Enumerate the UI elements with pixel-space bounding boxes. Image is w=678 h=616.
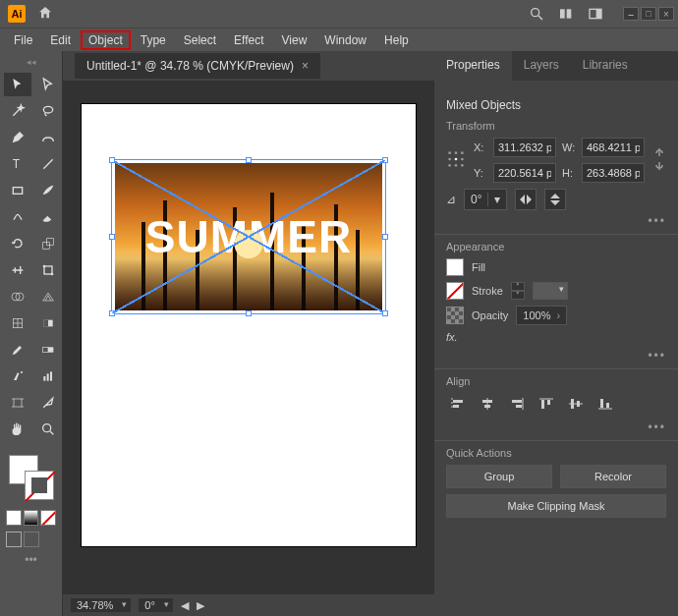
tool-gradient[interactable]: [34, 311, 62, 335]
stroke-label: Stroke: [472, 285, 503, 297]
tool-width[interactable]: [4, 258, 31, 282]
stroke-weight-stepper[interactable]: ˄˅: [511, 282, 525, 300]
align-more-icon[interactable]: •••: [446, 420, 666, 434]
menu-type[interactable]: Type: [133, 30, 174, 50]
screen-mode-normal[interactable]: [6, 532, 22, 547]
menu-window[interactable]: Window: [316, 30, 374, 50]
opacity-input[interactable]: 100%: [516, 306, 567, 325]
fx-label[interactable]: fx.: [446, 331, 458, 343]
tool-type[interactable]: T: [4, 152, 31, 176]
canvas[interactable]: SUMMER: [63, 81, 434, 594]
make-clipping-mask-button[interactable]: Make Clipping Mask: [446, 494, 666, 518]
search-icon[interactable]: [527, 4, 546, 24]
align-top-button[interactable]: [535, 393, 558, 415]
tool-line[interactable]: [34, 152, 62, 176]
home-icon[interactable]: [37, 5, 53, 24]
tool-mesh[interactable]: [4, 311, 31, 335]
stroke-weight-dropdown[interactable]: [533, 282, 568, 300]
rotate-view-field[interactable]: 0°: [139, 598, 173, 612]
text-object[interactable]: SUMMER: [115, 163, 382, 310]
tool-direct-selection[interactable]: [34, 73, 62, 96]
reference-point-icon[interactable]: [446, 149, 466, 171]
artboard-nav-prev-icon[interactable]: ◀: [181, 599, 189, 612]
align-vcenter-button[interactable]: [564, 393, 588, 415]
align-bottom-button[interactable]: [593, 393, 617, 415]
transform-more-icon[interactable]: •••: [446, 214, 666, 228]
flip-horizontal-icon[interactable]: [515, 189, 537, 210]
y-label: Y:: [474, 167, 487, 179]
tool-eraser[interactable]: [34, 205, 62, 229]
h-input[interactable]: [582, 163, 645, 183]
tool-blend[interactable]: [34, 338, 62, 362]
x-input[interactable]: [493, 138, 556, 157]
tool-zoom[interactable]: [34, 418, 62, 441]
align-left-button[interactable]: [446, 393, 470, 415]
link-wh-icon[interactable]: [652, 145, 666, 176]
svg-rect-44: [512, 400, 522, 403]
color-mode-gradient[interactable]: [24, 510, 39, 526]
svg-rect-50: [571, 399, 574, 409]
collapse-toolbox-icon[interactable]: ◂◂: [0, 57, 62, 69]
menu-help[interactable]: Help: [376, 30, 417, 50]
menu-effect[interactable]: Effect: [226, 30, 271, 50]
tool-curvature[interactable]: [34, 126, 62, 149]
recolor-button[interactable]: Recolor: [560, 465, 666, 488]
tab-layers[interactable]: Layers: [512, 51, 571, 81]
menu-file[interactable]: File: [6, 30, 40, 50]
tool-scale[interactable]: [34, 232, 62, 255]
artboard-nav-next-icon[interactable]: ▶: [197, 599, 204, 612]
zoom-field[interactable]: 34.78%: [71, 598, 131, 612]
menu-edit[interactable]: Edit: [42, 30, 79, 50]
group-button[interactable]: Group: [446, 465, 552, 488]
tool-paintbrush[interactable]: [34, 179, 62, 202]
tool-magic-wand[interactable]: [4, 99, 31, 123]
color-mode-none[interactable]: [40, 510, 56, 526]
menu-select[interactable]: Select: [176, 30, 224, 50]
edit-toolbar-icon[interactable]: •••: [0, 547, 62, 573]
w-input[interactable]: [582, 138, 645, 157]
tool-symbol-sprayer[interactable]: [4, 364, 31, 388]
tool-column-graph[interactable]: [34, 364, 62, 388]
menu-object[interactable]: Object: [81, 30, 131, 50]
tool-free-transform[interactable]: [34, 258, 62, 282]
arrange-documents-icon[interactable]: [556, 4, 576, 24]
stroke-swatch[interactable]: [25, 471, 54, 500]
tool-rectangle[interactable]: [4, 179, 31, 202]
tab-libraries[interactable]: Libraries: [571, 51, 640, 81]
tool-hand[interactable]: [4, 418, 31, 441]
fill-label: Fill: [472, 261, 485, 273]
window-close-button[interactable]: ×: [658, 7, 674, 21]
tool-rotate[interactable]: [4, 232, 31, 255]
close-tab-icon[interactable]: ×: [302, 59, 309, 73]
tab-properties[interactable]: Properties: [434, 51, 512, 81]
selection-type-label: Mixed Objects: [446, 98, 666, 112]
menu-view[interactable]: View: [274, 30, 315, 50]
svg-rect-5: [596, 9, 601, 18]
appearance-more-icon[interactable]: •••: [446, 349, 666, 363]
workspace-icon[interactable]: [586, 4, 605, 24]
tool-shape-builder[interactable]: [4, 285, 31, 308]
color-mode-solid[interactable]: [6, 510, 22, 526]
placed-image[interactable]: SUMMER: [115, 163, 382, 310]
document-tab[interactable]: Untitled-1* @ 34.78 % (CMYK/Preview) ×: [75, 53, 320, 79]
tool-slice[interactable]: [34, 391, 62, 415]
window-minimize-button[interactable]: ‒: [623, 7, 639, 21]
y-input[interactable]: [493, 163, 556, 183]
flip-vertical-icon[interactable]: [544, 189, 566, 210]
stroke-swatch-panel[interactable]: [446, 282, 464, 300]
tool-artboard[interactable]: [4, 391, 31, 415]
tool-shaper[interactable]: [4, 205, 31, 229]
tool-perspective-grid[interactable]: [34, 285, 62, 308]
svg-point-36: [461, 164, 464, 167]
window-maximize-button[interactable]: □: [641, 7, 656, 21]
tool-selection[interactable]: [4, 73, 31, 96]
fill-swatch-panel[interactable]: [446, 258, 464, 276]
screen-mode-full[interactable]: [24, 532, 39, 547]
align-hcenter-button[interactable]: [476, 393, 499, 415]
tool-eyedropper[interactable]: [4, 338, 31, 362]
tool-pen[interactable]: [4, 126, 31, 149]
fill-stroke-swatch[interactable]: [9, 455, 54, 500]
tool-lasso[interactable]: [34, 99, 62, 123]
align-right-button[interactable]: [505, 393, 529, 415]
rotate-input[interactable]: 0°▾: [464, 189, 507, 210]
